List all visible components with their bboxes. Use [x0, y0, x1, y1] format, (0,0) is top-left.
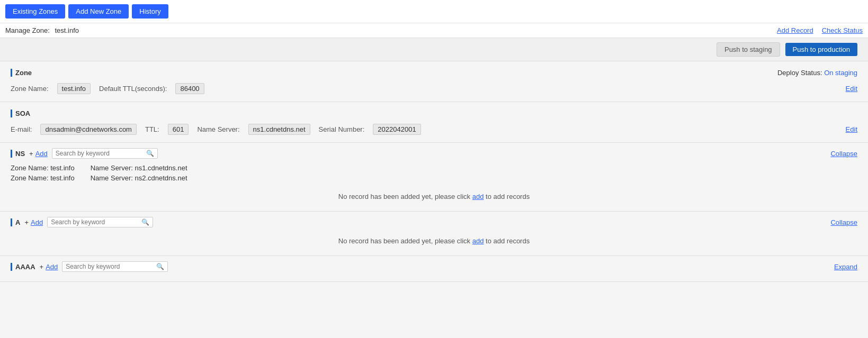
ns-plus-icon: + [29, 150, 33, 158]
ns-section: NS + Add 🔍 Collapse Zone Name: test.info… [0, 143, 868, 212]
zone-section: Zone Deploy Status: On staging Zone Name… [0, 61, 868, 102]
ttl-label: Default TTL(seconds): [99, 85, 167, 93]
soa-ttl-value: 601 [168, 124, 189, 135]
email-value: dnsadmin@cdnetworks.com [40, 124, 136, 135]
manage-zone-label: Manage Zone: test.info [5, 26, 79, 34]
ns-row-1: Zone Name: test.info Name Server: ns1.cd… [11, 163, 857, 173]
push-to-staging-button[interactable]: Push to staging [717, 42, 780, 57]
a-search-icon: 🔍 [141, 218, 149, 226]
a-title-group: A + Add 🔍 [11, 217, 153, 227]
ns-search-input[interactable] [56, 150, 146, 157]
aaaa-type-label: AAAA [11, 263, 35, 271]
check-status-link[interactable]: Check Status [822, 26, 863, 34]
a-plus-add: + Add [24, 218, 43, 226]
ns-add-button[interactable]: Add [35, 150, 48, 158]
a-record-header: A + Add 🔍 Collapse [11, 217, 857, 227]
aaaa-search-box[interactable]: 🔍 [62, 261, 168, 272]
top-bar: Existing Zones Add New Zone History [0, 0, 868, 23]
manage-zone-text: Manage Zone: [5, 26, 50, 34]
aaaa-plus-icon: + [40, 263, 44, 271]
aaaa-expand-button[interactable]: Expand [834, 263, 857, 271]
serial-label: Serial Number: [319, 125, 365, 133]
soa-section-header: SOA [11, 109, 857, 117]
ns-record-header: NS + Add 🔍 Collapse [11, 148, 857, 159]
aaaa-search-icon: 🔍 [156, 263, 164, 270]
aaaa-record-header: AAAA + Add 🔍 Expand [11, 261, 857, 272]
ns-rows: Zone Name: test.info Name Server: ns1.cd… [11, 163, 857, 183]
ns-collapse-button[interactable]: Collapse [830, 150, 857, 158]
main-content: Zone Deploy Status: On staging Zone Name… [0, 61, 868, 338]
a-collapse-button[interactable]: Collapse [830, 218, 857, 226]
aaaa-title-group: AAAA + Add 🔍 [11, 261, 168, 272]
nameserver-label: Name Server: [197, 125, 239, 133]
aaaa-add-button[interactable]: Add [46, 263, 58, 271]
ns-row-2-zone: Zone Name: test.info [11, 174, 75, 182]
nameserver-value: ns1.cdnetdns.net [248, 124, 310, 135]
ns-no-record-text: No record has been added yet, please cli… [338, 193, 470, 200]
add-new-zone-button[interactable]: Add New Zone [68, 4, 129, 19]
ttl-value: 86400 [175, 83, 204, 94]
soa-section-title: SOA [11, 109, 30, 117]
deploy-status-value: On staging [824, 69, 857, 77]
a-plus-icon: + [24, 218, 29, 226]
ns-row-2: Zone Name: test.info Name Server: ns2.cd… [11, 173, 857, 183]
soa-ttl-label: TTL: [145, 125, 159, 133]
deploy-status-label: Deploy Status: [777, 69, 822, 77]
a-search-input[interactable] [51, 218, 141, 226]
a-no-record-msg: No record has been added yet, please cli… [11, 232, 857, 250]
manage-zone-links: Add Record Check Status [777, 26, 863, 34]
ns-type-label: NS [11, 150, 25, 158]
history-button[interactable]: History [132, 4, 168, 19]
ns-search-icon: 🔍 [146, 150, 154, 157]
zone-name-label: Zone Name: [11, 85, 49, 93]
zone-section-header: Zone Deploy Status: On staging [11, 69, 857, 77]
email-label: E-mail: [11, 125, 32, 133]
ns-no-record-add-link[interactable]: add [472, 193, 484, 200]
add-record-link[interactable]: Add Record [777, 26, 813, 34]
serial-value: 2022042001 [373, 124, 420, 135]
a-no-record-add-link[interactable]: add [472, 237, 484, 245]
ns-search-box[interactable]: 🔍 [52, 148, 158, 159]
existing-zones-button[interactable]: Existing Zones [5, 4, 65, 19]
a-no-record-text: No record has been added yet, please cli… [338, 237, 470, 245]
zone-name-value: test.info [57, 83, 91, 94]
push-to-production-button[interactable]: Push to production [785, 43, 857, 56]
soa-edit-button[interactable]: Edit [846, 125, 857, 133]
ns-plus-add: + Add [29, 150, 48, 158]
zone-section-title: Zone [11, 69, 32, 77]
ns-row-2-server: Name Server: ns2.cdnetdns.net [91, 174, 187, 182]
ns-no-record-msg: No record has been added yet, please cli… [11, 187, 857, 206]
soa-section-body: E-mail: dnsadmin@cdnetworks.com TTL: 601… [11, 124, 857, 135]
aaaa-section: AAAA + Add 🔍 Expand [0, 256, 868, 282]
deploy-status: Deploy Status: On staging [777, 69, 857, 77]
a-no-record-suffix: to add records [486, 237, 530, 245]
zone-section-body: Zone Name: test.info Default TTL(seconds… [11, 83, 857, 94]
manage-zone-bar: Manage Zone: test.info Add Record Check … [0, 23, 868, 38]
soa-section: SOA E-mail: dnsadmin@cdnetworks.com TTL:… [0, 102, 868, 143]
a-add-button[interactable]: Add [31, 218, 43, 226]
a-type-label: A [11, 218, 20, 226]
ns-row-1-zone: Zone Name: test.info [11, 164, 75, 172]
a-search-box[interactable]: 🔍 [47, 217, 153, 227]
manage-zone-name: test.info [55, 26, 79, 34]
ns-no-record-suffix: to add records [486, 193, 530, 200]
ns-title-group: NS + Add 🔍 [11, 148, 158, 159]
a-section: A + Add 🔍 Collapse No record has been ad… [0, 212, 868, 256]
aaaa-plus-add: + Add [40, 263, 58, 271]
push-bar: Push to staging Push to production [0, 38, 868, 61]
zone-edit-button[interactable]: Edit [846, 85, 857, 93]
aaaa-search-input[interactable] [66, 263, 156, 270]
ns-row-1-server: Name Server: ns1.cdnetdns.net [91, 164, 187, 172]
